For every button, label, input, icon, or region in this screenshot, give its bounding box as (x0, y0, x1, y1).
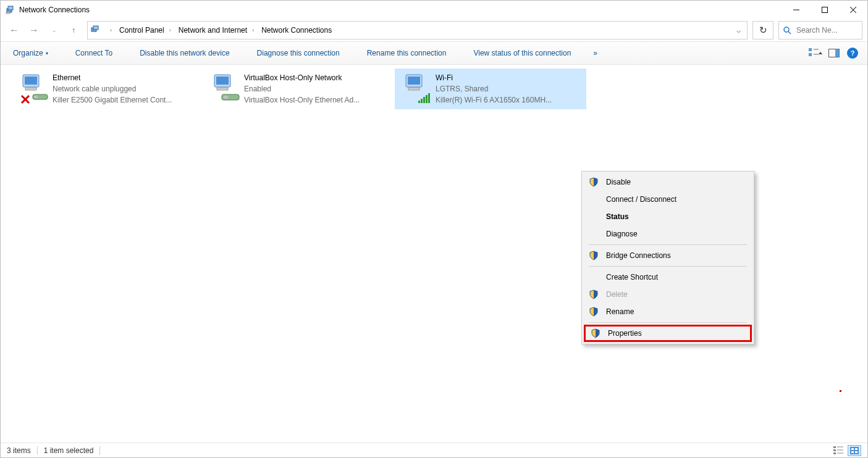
window-icon (6, 5, 15, 15)
breadcrumb-item[interactable]: Network and Internet› (176, 22, 259, 39)
details-view-button[interactable] (832, 445, 845, 456)
close-button[interactable] (839, 1, 867, 19)
breadcrumb-root[interactable]: › (105, 22, 117, 39)
svg-rect-4 (822, 7, 828, 13)
connection-name: VirtualBox Host-Only Network (244, 72, 360, 83)
svg-rect-16 (835, 49, 840, 57)
window-controls (782, 1, 867, 19)
svg-rect-21 (34, 96, 38, 98)
back-button[interactable]: ← (6, 22, 23, 39)
network-adapter-icon (397, 71, 433, 107)
ctx-disable[interactable]: Disable (584, 173, 752, 191)
search-icon (783, 26, 791, 35)
wifi-signal-icon (418, 93, 430, 103)
connection-name: Wi-Fi (436, 72, 552, 83)
ctx-properties[interactable]: Properties (584, 325, 752, 342)
svg-rect-25 (216, 77, 229, 85)
connection-item-ethernet[interactable]: Ethernet Network cable unplugged Killer … (12, 69, 203, 109)
annotation-dot (840, 390, 841, 392)
svg-rect-35 (426, 95, 428, 103)
maximize-button[interactable] (811, 1, 839, 19)
search-box[interactable] (778, 21, 862, 40)
view-status-button[interactable]: View status of this connection (467, 46, 577, 60)
svg-line-10 (788, 31, 791, 34)
svg-rect-47 (855, 451, 857, 453)
connection-item-virtualbox[interactable]: VirtualBox Host-Only Network Enabled Vir… (203, 69, 395, 109)
context-menu: Disable Connect / Disconnect Status Diag… (581, 171, 754, 344)
svg-rect-36 (428, 93, 430, 103)
status-bar: 3 items 1 item selected (1, 443, 867, 457)
breadcrumb-item[interactable]: Control Panel› (117, 22, 176, 39)
preview-pane-button[interactable] (825, 46, 843, 60)
svg-rect-43 (850, 447, 859, 454)
organize-menu[interactable]: Organize▾ (7, 46, 54, 60)
titlebar: Network Connections (1, 1, 867, 19)
status-selection: 1 item selected (44, 446, 94, 455)
connection-device: VirtualBox Host-Only Ethernet Ad... (244, 94, 360, 106)
svg-rect-1 (8, 6, 13, 10)
recent-dropdown[interactable]: ⌵ (45, 22, 62, 39)
rename-button[interactable]: Rename this connection (361, 46, 453, 60)
ctx-diagnose[interactable]: Diagnose (584, 225, 752, 243)
svg-rect-19 (25, 88, 36, 90)
address-dropdown[interactable]: ⌵ (732, 22, 744, 39)
address-row: ← → ⌵ ↑ › Control Panel› Network and Int… (1, 19, 867, 41)
forward-button[interactable]: → (25, 22, 43, 39)
ctx-bridge-connections[interactable]: Bridge Connections (584, 247, 752, 264)
svg-rect-12 (809, 53, 812, 56)
svg-point-9 (784, 27, 789, 32)
content-pane[interactable]: Ethernet Network cable unplugged Killer … (1, 65, 867, 443)
svg-rect-44 (851, 448, 854, 450)
network-adapter-icon (14, 71, 50, 107)
search-input[interactable] (795, 25, 858, 35)
connection-item-wifi[interactable]: Wi-Fi LGTRS, Shared Killer(R) Wi-Fi 6 AX… (395, 69, 586, 109)
help-button[interactable]: ? (844, 46, 861, 60)
shield-icon (588, 251, 600, 260)
svg-rect-45 (855, 448, 857, 450)
svg-rect-33 (421, 99, 423, 103)
address-icon (90, 25, 101, 36)
status-item-count: 3 items (7, 446, 31, 455)
svg-rect-41 (833, 452, 836, 454)
minimize-button[interactable] (782, 1, 811, 19)
window-title: Network Connections (19, 6, 90, 14)
connection-device: Killer E2500 Gigabit Ethernet Cont... (53, 94, 172, 106)
view-options-button[interactable] (807, 46, 824, 60)
svg-rect-37 (833, 446, 836, 448)
svg-rect-2 (6, 12, 10, 14)
shield-icon (588, 307, 600, 317)
ctx-separator (589, 244, 747, 245)
ctx-create-shortcut[interactable]: Create Shortcut (584, 269, 752, 286)
connection-device: Killer(R) Wi-Fi 6 AX1650x 160MH... (436, 94, 552, 106)
ctx-rename[interactable]: Rename (584, 303, 752, 320)
ctx-separator (589, 322, 747, 323)
svg-rect-26 (217, 88, 228, 90)
breadcrumb-item[interactable]: Network Connections (259, 22, 334, 39)
shield-icon (588, 289, 600, 299)
help-icon: ? (847, 48, 858, 59)
disable-device-button[interactable]: Disable this network device (133, 46, 235, 60)
address-box[interactable]: › Control Panel› Network and Internet› N… (87, 21, 748, 40)
svg-rect-31 (408, 88, 419, 90)
network-adapter-icon (206, 71, 242, 107)
connection-status: Enabled (244, 83, 360, 94)
svg-rect-18 (25, 77, 37, 85)
svg-rect-46 (851, 451, 854, 453)
shield-icon (589, 328, 602, 338)
ctx-status[interactable]: Status (584, 208, 752, 225)
up-button[interactable]: ↑ (65, 22, 82, 39)
svg-rect-8 (93, 26, 98, 30)
diagnose-button[interactable]: Diagnose this connection (251, 46, 346, 60)
ctx-delete: Delete (584, 286, 752, 303)
large-icons-view-button[interactable] (848, 445, 861, 456)
ctx-connect-disconnect[interactable]: Connect / Disconnect (584, 191, 752, 208)
shield-icon (588, 177, 600, 187)
refresh-button[interactable]: ↻ (752, 21, 773, 40)
svg-rect-30 (408, 77, 420, 85)
connection-status: Network cable unplugged (53, 83, 172, 94)
connection-status: LGTRS, Shared (436, 83, 552, 94)
explorer-window: Network Connections ← → ⌵ ↑ (0, 0, 868, 458)
overflow-button[interactable]: » (587, 46, 604, 60)
ctx-separator (589, 266, 747, 267)
connect-to-button[interactable]: Connect To (69, 46, 119, 60)
